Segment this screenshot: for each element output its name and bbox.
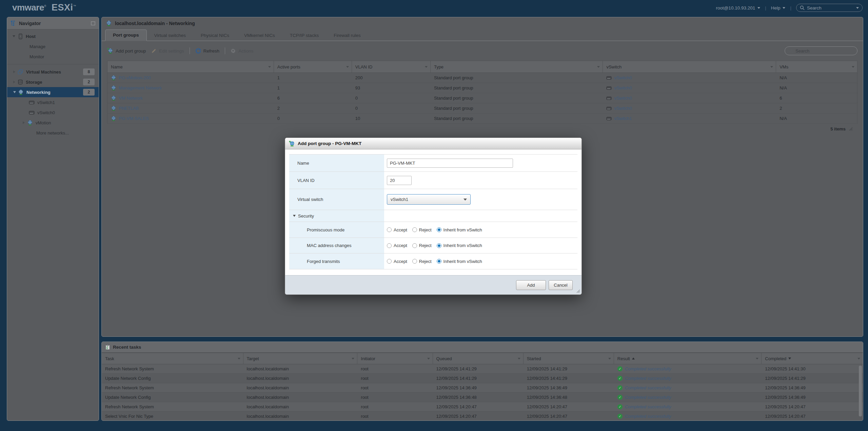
column-header-task[interactable]: Task	[102, 353, 243, 364]
radio-icon[interactable]	[412, 243, 417, 248]
port-group-row[interactable]: VM Network 6 0 Standard port group vSwit…	[107, 93, 857, 103]
collapse-arrow-icon[interactable]	[13, 91, 16, 93]
sidebar-item-networking[interactable]: Networking 2	[7, 87, 99, 97]
port-group-name-input[interactable]	[387, 159, 513, 168]
resize-grip-icon[interactable]	[849, 127, 853, 131]
promiscuous-accept-option[interactable]: Accept	[387, 227, 407, 232]
port-group-link[interactable]: PNETLAB	[119, 106, 139, 111]
column-header-vswitch[interactable]: vSwitch	[603, 61, 776, 73]
refresh-button[interactable]: Refresh	[195, 48, 219, 54]
radio-icon[interactable]	[412, 259, 417, 264]
global-search-input[interactable]: Search	[796, 4, 863, 12]
radio-icon[interactable]	[387, 259, 392, 264]
tab-vmkernel-nics[interactable]: VMkernel NICs	[237, 30, 282, 41]
column-menu-icon[interactable]	[352, 358, 354, 360]
promiscuous-inherit-option[interactable]: Inherit from vSwitch	[437, 227, 482, 232]
forged-inherit-option[interactable]: Inherit from vSwitch	[437, 259, 482, 264]
column-menu-icon[interactable]	[852, 66, 854, 68]
tasks-scrollbar-thumb[interactable]	[859, 366, 862, 416]
resize-grip-icon[interactable]	[576, 289, 580, 293]
radio-icon[interactable]	[387, 243, 392, 248]
task-row[interactable]: Update Network Config localhost.localdom…	[102, 374, 863, 383]
column-header-vms[interactable]: VMs	[776, 61, 857, 73]
column-menu-icon[interactable]	[857, 358, 860, 360]
task-row[interactable]: Refresh Network System localhost.localdo…	[102, 402, 863, 412]
sidebar-item-more-networks[interactable]: More networks...	[7, 128, 99, 138]
sidebar-item-vswitch0[interactable]: vSwitch0	[7, 107, 99, 118]
column-header-initiator[interactable]: Initiator	[357, 353, 433, 364]
add-port-group-button[interactable]: Add port group	[107, 48, 146, 54]
radio-selected-icon[interactable]	[437, 227, 441, 232]
cancel-button[interactable]: Cancel	[549, 280, 573, 290]
radio-selected-icon[interactable]	[437, 243, 441, 248]
promiscuous-reject-option[interactable]: Reject	[412, 227, 432, 232]
column-header-vlan-id[interactable]: VLAN ID	[352, 61, 431, 73]
task-row[interactable]: Select Vnic For Nic Type localhost.local…	[102, 412, 863, 421]
add-button[interactable]: Add	[516, 280, 546, 290]
port-group-link[interactable]: PG-VM-SALES	[119, 116, 149, 121]
help-menu[interactable]: Help	[771, 5, 786, 11]
virtual-switch-select[interactable]: vSwitch1	[387, 194, 471, 205]
column-header-queued[interactable]: Queued	[433, 353, 524, 364]
port-group-link[interactable]: Management Network	[119, 85, 162, 90]
column-menu-icon[interactable]	[597, 66, 600, 68]
tab-firewall-rules[interactable]: Firewall rules	[326, 30, 368, 41]
column-header-completed[interactable]: Completed	[762, 353, 863, 364]
forged-reject-option[interactable]: Reject	[412, 259, 432, 264]
tab-physical-nics[interactable]: Physical NICs	[193, 30, 237, 41]
column-menu-icon[interactable]	[608, 358, 611, 360]
port-group-row[interactable]: Management Network 1 93 Standard port gr…	[107, 83, 857, 93]
task-row[interactable]: Refresh Network System localhost.localdo…	[102, 383, 863, 393]
column-header-active-ports[interactable]: Active ports	[274, 61, 352, 73]
collapse-arrow-icon[interactable]	[293, 215, 296, 217]
vswitch-link[interactable]: vSwitch1	[614, 116, 632, 121]
expand-arrow-icon[interactable]	[13, 70, 15, 73]
table-search-input[interactable]: Search	[785, 46, 857, 55]
security-section-header[interactable]: Security	[289, 210, 384, 222]
user-menu[interactable]: root@10.10.93.201	[716, 5, 760, 11]
task-row[interactable]: Update Network Config localhost.localdom…	[102, 393, 863, 402]
collapse-arrow-icon[interactable]	[13, 35, 15, 37]
forged-accept-option[interactable]: Accept	[387, 259, 407, 264]
tab-tcpip-stacks[interactable]: TCP/IP stacks	[282, 30, 326, 41]
mac-accept-option[interactable]: Accept	[387, 243, 407, 248]
expand-arrow-icon[interactable]	[13, 81, 15, 83]
tab-port-groups[interactable]: Port groups	[105, 29, 147, 41]
sidebar-item-vswitch1[interactable]: vSwitch1	[7, 97, 99, 107]
pin-panel-icon[interactable]	[91, 21, 95, 25]
vswitch-link[interactable]: vSwitch0	[614, 106, 632, 111]
port-group-row[interactable]: PNETLAB 2 0 Standard port group vSwitch0…	[107, 103, 857, 114]
sidebar-item-virtual-machines[interactable]: Virtual Machines 8	[7, 67, 99, 77]
vlan-id-input[interactable]	[387, 176, 412, 185]
radio-selected-icon[interactable]	[437, 259, 441, 264]
column-header-started[interactable]: Started	[524, 353, 614, 364]
column-menu-icon[interactable]	[425, 66, 428, 68]
column-header-target[interactable]: Target	[243, 353, 358, 364]
port-group-row[interactable]: PG-vMotion-200 1 200 Standard port group…	[107, 73, 857, 83]
mac-reject-option[interactable]: Reject	[412, 243, 432, 248]
expand-arrow-icon[interactable]	[23, 121, 25, 124]
column-menu-icon[interactable]	[770, 66, 773, 68]
column-menu-icon[interactable]	[427, 358, 430, 360]
column-menu-icon[interactable]	[346, 66, 349, 68]
column-menu-icon[interactable]	[518, 358, 520, 360]
column-menu-icon[interactable]	[268, 66, 271, 68]
port-group-link[interactable]: VM Network	[119, 96, 143, 101]
port-group-link[interactable]: PG-vMotion-200	[119, 75, 151, 80]
sidebar-item-storage[interactable]: Storage 2	[7, 77, 99, 87]
tab-virtual-switches[interactable]: Virtual switches	[147, 30, 194, 41]
sidebar-item-manage[interactable]: Manage	[7, 41, 99, 52]
task-row[interactable]: Refresh Network System localhost.localdo…	[102, 364, 863, 374]
column-header-result[interactable]: Result	[614, 353, 762, 364]
column-header-name[interactable]: Name	[107, 61, 274, 73]
sidebar-item-monitor[interactable]: Monitor	[7, 52, 99, 62]
vswitch-link[interactable]: vSwitch0	[614, 75, 632, 80]
radio-icon[interactable]	[387, 227, 392, 232]
sidebar-item-host[interactable]: Host	[7, 31, 99, 41]
sidebar-item-vmotion[interactable]: vMotion	[7, 118, 99, 128]
column-header-type[interactable]: Type	[431, 61, 603, 73]
vswitch-link[interactable]: vSwitch0	[614, 85, 632, 90]
vswitch-link[interactable]: vSwitch0	[614, 96, 632, 101]
radio-icon[interactable]	[412, 227, 417, 232]
column-menu-icon[interactable]	[238, 358, 240, 360]
